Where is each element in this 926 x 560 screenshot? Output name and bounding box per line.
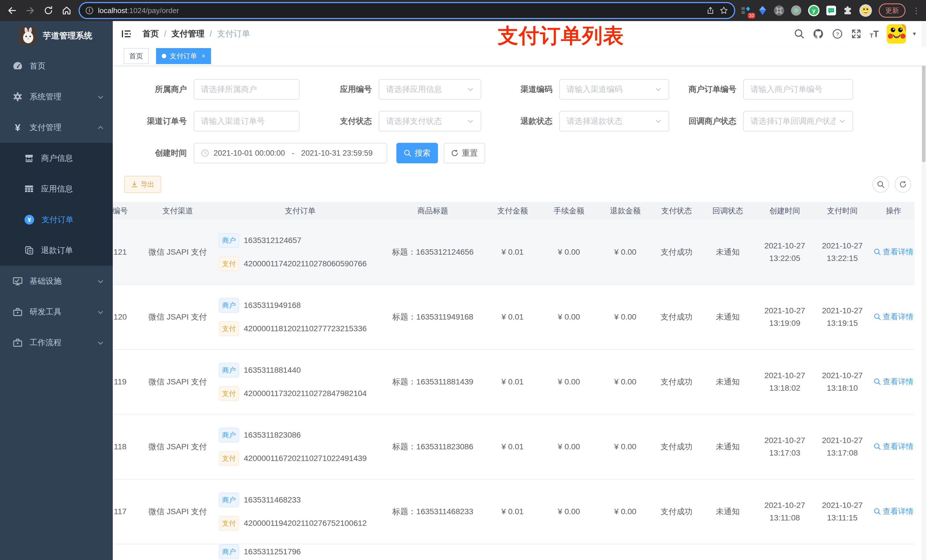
tag-home[interactable]: 首页 <box>124 48 149 64</box>
pinned-extension-icon[interactable]: 10 <box>741 5 751 16</box>
table-row[interactable]: 119 微信 JSAPI 支付 商户1635311881440 支付420000… <box>113 349 915 414</box>
filter-label: 渠道订单号 <box>127 116 187 127</box>
share-icon[interactable] <box>706 6 715 15</box>
cell-refund-amount: ¥ 0.00 <box>596 349 655 414</box>
table-row[interactable]: 120 微信 JSAPI 支付 商户1635311949168 支付420000… <box>113 285 915 349</box>
sidebar-item-pay-order[interactable]: ¥ 支付订单 <box>0 204 113 235</box>
cell-actions: 查看详情 <box>873 479 915 544</box>
search-button[interactable]: 搜索 <box>396 143 438 163</box>
recorder-extension-icon[interactable] <box>791 5 801 16</box>
sidebar-item-dev-tools[interactable]: 研发工具 <box>0 296 113 327</box>
filter-label: 渠道编码 <box>486 84 552 95</box>
table-row[interactable]: 118 微信 JSAPI 支付 商户1635311823086 支付420000… <box>113 414 915 479</box>
cell-pay-order: 商户1635311881440 支付4200001173202110272847… <box>218 349 383 414</box>
merchant-order-no: 1635311949168 <box>244 301 301 310</box>
sidebar-item-infrastructure[interactable]: 基础设施 <box>0 266 113 296</box>
sidebar-item-home[interactable]: 首页 <box>0 51 113 82</box>
magnifier-icon <box>874 248 881 255</box>
refresh-icon <box>451 149 458 157</box>
table-row[interactable]: 117 微信 JSAPI 支付 商户1635311468233 支付420000… <box>113 479 915 544</box>
browser-update-button[interactable]: 更新 <box>879 3 905 18</box>
profile-emoji-avatar[interactable] <box>859 4 872 17</box>
documents-icon <box>24 245 34 255</box>
chevron-down-icon <box>655 86 662 93</box>
view-detail-link[interactable]: 查看详情 <box>874 441 914 451</box>
cell-create-time: 2021-10-2713:17:03 <box>757 414 812 479</box>
sidebar-logo[interactable]: 芋道管理系统 <box>0 21 113 51</box>
create-time-range-picker[interactable]: 2021-10-01 00:00:00 - 2021-10-31 23:59:5… <box>194 143 387 163</box>
sidebar-item-payment[interactable]: ¥ 支付管理 <box>0 112 113 143</box>
sidebar-collapse-button[interactable] <box>121 28 132 39</box>
export-button[interactable]: 导出 <box>124 176 161 193</box>
address-bar[interactable]: localhost:1024/pay/order <box>79 2 735 19</box>
browser-back-button[interactable] <box>6 4 18 17</box>
close-icon[interactable]: × <box>201 52 205 60</box>
search-icon <box>877 181 884 188</box>
browser-forward-button[interactable] <box>24 4 36 17</box>
sidebar-item-refund-order[interactable]: 退款订单 <box>0 235 113 266</box>
extensions-puzzle-icon[interactable] <box>843 6 853 15</box>
table-header-row: 编号 支付渠道 支付订单 商品标题 支付金额 手续金额 退款金额 支付状态 回调… <box>113 202 915 220</box>
table-row-partial[interactable]: 商户1635311251796 <box>113 544 915 560</box>
app-select[interactable]: 请选择应用信息 <box>379 79 481 100</box>
fullscreen-icon[interactable] <box>851 29 862 39</box>
breadcrumb-home[interactable]: 首页 <box>142 28 159 39</box>
merchant-order-no: 1635311251796 <box>244 547 301 556</box>
view-detail-link[interactable]: 查看详情 <box>874 376 914 387</box>
command-extension-icon[interactable] <box>774 5 784 16</box>
view-detail-link[interactable]: 查看详情 <box>874 312 914 322</box>
help-icon[interactable]: ? <box>832 29 843 39</box>
pay-tag: 支付 <box>219 386 239 401</box>
table-row[interactable]: 121 微信 JSAPI 支付 商户1635312124657 支付420000… <box>113 220 915 285</box>
notify-status-select[interactable]: 请选择订单回调商户状态 <box>743 111 853 131</box>
cell-notify-status: 未通知 <box>698 479 757 544</box>
refresh-table-button[interactable] <box>895 176 911 193</box>
cell-actions: 查看详情 <box>873 349 915 414</box>
sidebar-item-merchant-info[interactable]: 商户信息 <box>0 143 113 174</box>
pay-tag: 支付 <box>219 516 239 531</box>
site-info-icon[interactable] <box>85 6 94 15</box>
github-icon[interactable] <box>813 28 824 39</box>
kite-extension-icon[interactable] <box>758 5 767 16</box>
sidebar-item-app-info[interactable]: 应用信息 <box>0 174 113 204</box>
browser-reload-button[interactable] <box>42 4 54 17</box>
sidebar-item-label: 商户信息 <box>41 153 73 164</box>
cell-pay-status: 支付成功 <box>655 220 698 285</box>
cell-actions: 查看详情 <box>873 285 915 349</box>
chevron-down-icon <box>97 340 104 346</box>
pay-order-no: 4200001174202110278060590766 <box>244 259 367 268</box>
pay-status-select[interactable]: 请选择支付状态 <box>379 111 481 131</box>
col-fee-amount: 手续金额 <box>542 202 596 220</box>
reset-button[interactable]: 重置 <box>443 143 485 163</box>
avatar-caret-icon[interactable]: ▼ <box>912 31 917 37</box>
browser-home-button[interactable] <box>61 4 73 17</box>
breadcrumb-payment[interactable]: 支付管理 <box>171 28 204 39</box>
filter-form: 所属商户 应用编号 请选择应用信息 渠道编码 请输入渠道编码 商户订单编号 渠道… <box>113 66 926 163</box>
extension-icons: 10 y 更新 ⋮ <box>741 3 920 18</box>
merchant-order-no-input[interactable] <box>743 79 853 100</box>
cell-title: 标题：1635311881439 <box>383 349 483 414</box>
channel-order-no-input[interactable] <box>194 111 300 131</box>
font-size-icon[interactable]: TT <box>870 29 879 38</box>
search-icon[interactable] <box>794 29 805 39</box>
view-detail-link[interactable]: 查看详情 <box>874 247 914 257</box>
bookmark-star-icon[interactable] <box>719 6 728 15</box>
filter-label: 退款状态 <box>486 116 552 127</box>
refund-status-select[interactable]: 请选择退款状态 <box>559 111 669 131</box>
merchant-tag: 商户 <box>219 544 239 559</box>
scrollbar[interactable] <box>921 21 926 560</box>
sidebar-item-workflow[interactable]: 工作流程 <box>0 327 113 358</box>
yuque-extension-icon[interactable]: y <box>808 5 820 16</box>
browser-menu-icon[interactable]: ⋮ <box>912 6 920 15</box>
merchant-input[interactable] <box>194 79 300 100</box>
sidebar-item-label: 首页 <box>30 60 45 71</box>
show-search-toggle-button[interactable] <box>873 176 889 193</box>
user-avatar[interactable] <box>887 24 906 44</box>
view-detail-link[interactable]: 查看详情 <box>874 506 914 516</box>
magnifier-icon <box>874 508 881 515</box>
channel-code-select[interactable]: 请输入渠道编码 <box>559 79 669 100</box>
sidebar-item-system[interactable]: 系统管理 <box>0 82 113 112</box>
chat-extension-icon[interactable] <box>826 6 836 15</box>
refresh-icon <box>899 181 906 188</box>
tag-pay-order[interactable]: 支付订单 × <box>156 48 211 64</box>
